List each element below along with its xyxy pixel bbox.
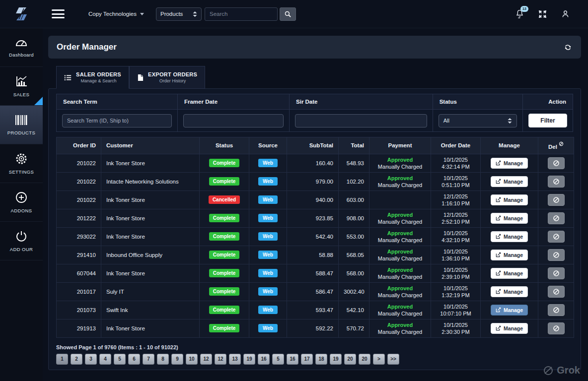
filter-status-select[interactable]: All: [439, 114, 517, 127]
delete-button[interactable]: [548, 304, 565, 316]
customer-cell: Inbound Office Supply: [101, 246, 200, 264]
page-button-20[interactable]: 20: [359, 354, 370, 365]
delete-button[interactable]: [548, 267, 565, 279]
page-button-10[interactable]: 10: [186, 354, 198, 365]
customer-cell: Ink Toner Store: [101, 209, 200, 227]
order-date-cell: 10/1/20254:32:10 PM: [431, 227, 481, 246]
store-switcher[interactable]: Copy Technologies: [88, 11, 144, 17]
page-button-6[interactable]: 6: [128, 354, 140, 365]
filter-to-date-input[interactable]: [295, 114, 427, 127]
next-page-button[interactable]: >: [373, 354, 385, 365]
sidebar-item-addons[interactable]: ADDONS: [0, 183, 43, 222]
page-button-16[interactable]: 16: [258, 354, 270, 365]
last-page-button[interactable]: >>: [387, 354, 399, 365]
page-button-1[interactable]: 1: [56, 354, 68, 365]
order-date-cell: 10/1/20254:32:14 PM: [431, 154, 481, 172]
order-row: 201022Intacte Networking SolutionsComple…: [57, 172, 574, 190]
manage-button[interactable]: Manage: [491, 250, 528, 260]
page-button-16[interactable]: 16: [287, 354, 298, 365]
manage-button[interactable]: Manage: [491, 231, 528, 242]
user-menu-button[interactable]: [561, 9, 570, 19]
ban-icon: [553, 252, 560, 258]
sidebar-item-logout[interactable]: ADD OUR: [0, 222, 43, 260]
page-button-7[interactable]: 7: [143, 354, 154, 365]
tab-export-orders[interactable]: EXPORT ORDERS Order History: [129, 66, 205, 89]
delete-button[interactable]: [548, 157, 565, 169]
ban-icon: [559, 141, 564, 146]
tab-label: EXPORT ORDERS: [148, 71, 197, 77]
page-button-5[interactable]: 5: [272, 354, 284, 365]
page-button-20[interactable]: 20: [344, 354, 356, 365]
column-header-order-id: Order ID: [57, 137, 101, 154]
file-icon: [137, 74, 144, 81]
delete-button[interactable]: [548, 249, 565, 261]
manage-button[interactable]: Manage: [491, 194, 528, 205]
payment-method: Manually Charged: [374, 218, 426, 225]
app-logo[interactable]: [0, 5, 43, 22]
notifications-button[interactable]: 13: [515, 9, 524, 19]
source-cell: Web: [249, 154, 287, 172]
delete-button[interactable]: [548, 212, 565, 224]
refresh-button[interactable]: [563, 43, 573, 52]
fullscreen-button[interactable]: [538, 9, 547, 19]
delete-button[interactable]: [548, 231, 565, 243]
manage-button[interactable]: Manage: [491, 305, 528, 316]
sidebar-item-sales[interactable]: SALES: [0, 67, 43, 106]
status-cell: Complete: [200, 227, 249, 246]
page-button-2[interactable]: 2: [71, 354, 82, 365]
subtotal-cell: 588.47: [287, 264, 339, 282]
filter-search-input[interactable]: [62, 114, 172, 127]
ban-icon: [553, 215, 560, 222]
delete-button[interactable]: [548, 322, 565, 334]
products-select[interactable]: Products: [156, 7, 202, 21]
search-input[interactable]: [205, 7, 278, 21]
page-button-12[interactable]: 12: [215, 354, 226, 365]
page-button-9[interactable]: 9: [171, 354, 183, 365]
filter-search-label: Search Term: [57, 94, 178, 110]
page-button-19[interactable]: 19: [243, 354, 255, 365]
gear-icon: [15, 152, 28, 165]
page-button-12[interactable]: 12: [200, 354, 212, 365]
page-button-13[interactable]: 13: [229, 354, 241, 365]
page-button-3[interactable]: 3: [85, 354, 97, 365]
page-button-4[interactable]: 4: [99, 354, 111, 365]
page-button-18[interactable]: 18: [315, 354, 327, 365]
order-id-cell: 201022: [57, 154, 101, 172]
manage-button[interactable]: Manage: [491, 176, 528, 187]
manage-button[interactable]: Manage: [491, 268, 528, 279]
barcode-icon: [14, 114, 29, 126]
delete-button[interactable]: [548, 176, 565, 188]
order-date-cell: 10/1/20251:32:19 PM: [431, 282, 481, 301]
source-badge: Web: [258, 232, 278, 241]
delete-button[interactable]: [548, 194, 565, 206]
subtotal-cell: 923.85: [287, 209, 339, 227]
payment-cell: ApprovedManually Charged: [369, 246, 431, 264]
gauge-icon: [14, 37, 28, 48]
topbar-actions: 13: [515, 9, 570, 19]
order-id-cell: 201222: [57, 209, 101, 227]
order-row: 201073Swift InkCompleteWeb593.47542.10Ap…: [57, 301, 574, 319]
sidebar-item-settings[interactable]: SETTINGS: [0, 144, 43, 183]
manage-button[interactable]: Manage: [491, 323, 528, 334]
order-date: 10/1/2025: [436, 303, 475, 310]
filter-from-date-input[interactable]: [183, 114, 284, 127]
page-button-19[interactable]: 19: [330, 354, 342, 365]
manage-button[interactable]: Manage: [491, 286, 528, 297]
tab-saler-orders[interactable]: SALER ORDERS Manage & Search: [56, 66, 129, 89]
order-row: 607044Ink Toner StoreCompleteWeb588.4756…: [57, 264, 574, 282]
ban-icon: [553, 196, 560, 203]
manage-button[interactable]: Manage: [491, 213, 528, 224]
filter-button[interactable]: Filter: [528, 114, 567, 127]
menu-toggle-icon[interactable]: [52, 9, 65, 18]
power-icon: [15, 230, 28, 243]
search-button[interactable]: [280, 7, 296, 21]
sidebar-item-dashboard[interactable]: Dashboard: [0, 28, 43, 67]
delete-button[interactable]: [548, 286, 565, 298]
sidebar-item-products[interactable]: PRODUCTS: [0, 106, 43, 144]
page-button-5[interactable]: 5: [114, 354, 126, 365]
manage-button[interactable]: Manage: [491, 158, 528, 169]
order-date: 10/1/2025: [436, 175, 475, 182]
page-button-8[interactable]: 8: [157, 354, 169, 365]
page-button-17[interactable]: 17: [301, 354, 313, 365]
status-cell: Cancelled: [200, 190, 249, 209]
